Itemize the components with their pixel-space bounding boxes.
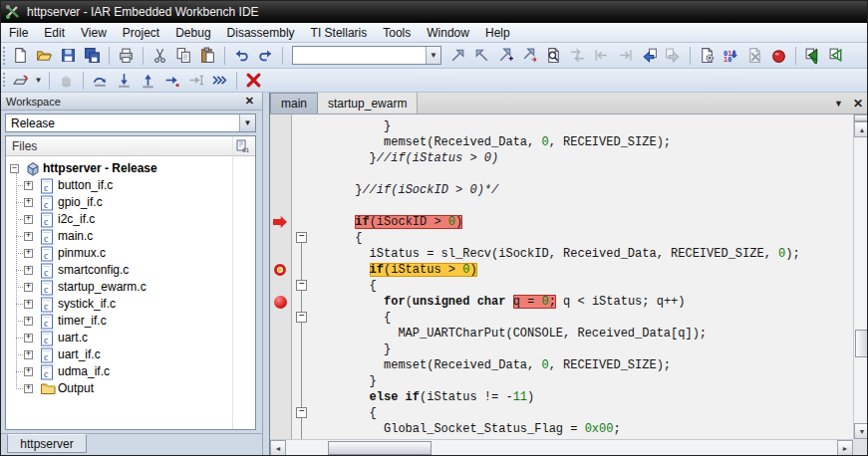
- tree-item-udma-if-c[interactable]: +cudma_if.c: [6, 363, 255, 380]
- menu-debug[interactable]: Debug: [167, 24, 218, 42]
- gutter-cell[interactable]: [270, 262, 292, 278]
- scroll-up-icon[interactable]: ▲: [854, 121, 868, 137]
- tree-item-main-c[interactable]: +cmain.c: [6, 228, 255, 245]
- expand-icon[interactable]: +: [24, 367, 33, 376]
- stop-debugging-icon[interactable]: [242, 70, 265, 92]
- gutter-cell[interactable]: [270, 166, 292, 182]
- find-previous-icon[interactable]: [470, 45, 493, 67]
- expand-icon[interactable]: +: [24, 232, 33, 241]
- gutter-cell[interactable]: [270, 134, 292, 150]
- tree-item-startup-ewarm-c[interactable]: +cstartup_ewarm.c: [6, 279, 255, 296]
- fold-collapse-icon[interactable]: −: [296, 407, 307, 418]
- gutter-cell[interactable]: [270, 310, 292, 326]
- copy-icon[interactable]: [172, 45, 195, 67]
- tree-item-output[interactable]: +Output: [6, 380, 255, 397]
- fold-collapse-icon[interactable]: −: [296, 232, 307, 243]
- gutter-cell[interactable]: [270, 230, 292, 246]
- fold-collapse-icon[interactable]: −: [296, 312, 307, 323]
- toolbar-grip[interactable]: [2, 72, 6, 89]
- expand-icon[interactable]: +: [24, 350, 33, 359]
- collapse-icon[interactable]: −: [10, 164, 19, 173]
- menu-window[interactable]: Window: [419, 24, 477, 42]
- expand-icon[interactable]: +: [24, 198, 33, 207]
- split-handle[interactable]: [854, 114, 868, 121]
- navigate-backward-icon[interactable]: [638, 45, 661, 67]
- redo-icon[interactable]: [254, 45, 277, 67]
- expand-icon[interactable]: +: [24, 334, 33, 342]
- gutter-cell[interactable]: [270, 198, 292, 214]
- breakpoint-marker[interactable]: [274, 296, 287, 309]
- tree-item-uart-c[interactable]: +cuart.c: [6, 330, 255, 346]
- gutter-cell[interactable]: [270, 246, 292, 262]
- download-and-debug-icon[interactable]: [801, 45, 824, 67]
- gutter-cell[interactable]: [270, 294, 292, 310]
- compile-icon[interactable]: [696, 45, 719, 67]
- scroll-left-icon[interactable]: ◄: [270, 440, 286, 456]
- tree-item-uart-if-c[interactable]: +cuart_if.c: [6, 346, 255, 363]
- expand-icon[interactable]: +: [24, 181, 33, 190]
- expand-icon[interactable]: +: [24, 215, 33, 224]
- vertical-scroll-thumb[interactable]: [855, 330, 868, 357]
- menu-tools[interactable]: Tools: [375, 24, 419, 42]
- next-statement-icon[interactable]: [160, 70, 183, 92]
- breakpoint-arrow-marker[interactable]: [273, 216, 287, 228]
- tree-item-i2c-if-c[interactable]: +ci2c_if.c: [6, 211, 255, 228]
- open-icon[interactable]: [33, 45, 56, 67]
- gutter-cell[interactable]: [270, 342, 292, 357]
- debug-without-downloading-icon[interactable]: [825, 45, 848, 67]
- editor-tab-startup_ewarm[interactable]: startup_ewarm: [318, 93, 418, 114]
- toggle-breakpoint-icon[interactable]: [767, 45, 790, 67]
- gutter-cell[interactable]: [270, 405, 292, 421]
- step-out-icon[interactable]: [137, 70, 159, 92]
- expand-icon[interactable]: +: [24, 266, 33, 275]
- gutter-cell[interactable]: [270, 357, 292, 373]
- menu-disassembly[interactable]: Disassembly: [219, 24, 303, 42]
- menu-help[interactable]: Help: [477, 24, 518, 42]
- tree-item-gpio-if-c[interactable]: +cgpio_if.c: [6, 194, 255, 211]
- menu-edit[interactable]: Edit: [36, 24, 73, 42]
- scroll-right-icon[interactable]: ►: [837, 440, 853, 456]
- print-icon[interactable]: [115, 45, 138, 67]
- tab-list-dropdown-icon[interactable]: ▼: [831, 99, 846, 109]
- workspace-tab-httpserver[interactable]: httpserver: [7, 434, 87, 453]
- bookmark-add-icon[interactable]: [494, 45, 517, 67]
- tree-item-timer-if-c[interactable]: +ctimer_if.c: [6, 313, 255, 330]
- make-icon[interactable]: 01010: [720, 45, 742, 67]
- step-into-icon[interactable]: [113, 70, 136, 92]
- find-combobox[interactable]: ▼: [292, 46, 441, 65]
- title-bar[interactable]: httpserver - IAR Embedded Workbench IDE: [1, 1, 867, 23]
- gutter-cell[interactable]: [270, 421, 292, 437]
- chevron-down-icon[interactable]: ▼: [239, 114, 255, 131]
- reset-icon[interactable]: [9, 70, 32, 92]
- vertical-scrollbar[interactable]: ▲ ▼: [853, 114, 868, 439]
- expand-icon[interactable]: +: [24, 283, 33, 292]
- save-icon[interactable]: [57, 45, 80, 67]
- expand-icon[interactable]: +: [24, 317, 33, 326]
- execution-point-marker[interactable]: [274, 264, 286, 276]
- tree-item-systick-if-c[interactable]: +csystick_if.c: [6, 296, 255, 313]
- editor-tab-main[interactable]: main: [270, 93, 318, 114]
- save-all-icon[interactable]: [81, 45, 104, 67]
- go-icon[interactable]: [208, 70, 231, 92]
- expand-icon[interactable]: +: [24, 384, 33, 393]
- tree-item-httpserver-release[interactable]: −httpserver - Release: [6, 160, 255, 177]
- expand-icon[interactable]: +: [24, 300, 33, 309]
- tree-item-button-if-c[interactable]: +cbutton_if.c: [6, 177, 255, 194]
- toolbar-grip[interactable]: [2, 46, 6, 65]
- find-in-files-icon[interactable]: [542, 45, 565, 67]
- gutter-cell[interactable]: [270, 326, 292, 342]
- reset-dropdown-icon[interactable]: ▼: [33, 70, 44, 92]
- menu-project[interactable]: Project: [115, 24, 167, 42]
- horizontal-scrollbar[interactable]: ◄ ►: [270, 439, 853, 455]
- step-over-icon[interactable]: [89, 70, 112, 92]
- scroll-down-icon[interactable]: ▼: [854, 423, 868, 439]
- fold-collapse-icon[interactable]: −: [296, 280, 307, 291]
- workspace-close-icon[interactable]: ✕: [242, 95, 257, 108]
- bookmark-next-icon[interactable]: [518, 45, 541, 67]
- chevron-down-icon[interactable]: ▼: [426, 47, 440, 64]
- configuration-dropdown[interactable]: Release ▼: [5, 114, 256, 132]
- tree-item-smartconfig-c[interactable]: +csmartconfig.c: [6, 262, 255, 279]
- editor-close-icon[interactable]: ✕: [850, 97, 866, 111]
- gutter-cell[interactable]: [270, 182, 292, 198]
- menu-file[interactable]: File: [1, 24, 36, 42]
